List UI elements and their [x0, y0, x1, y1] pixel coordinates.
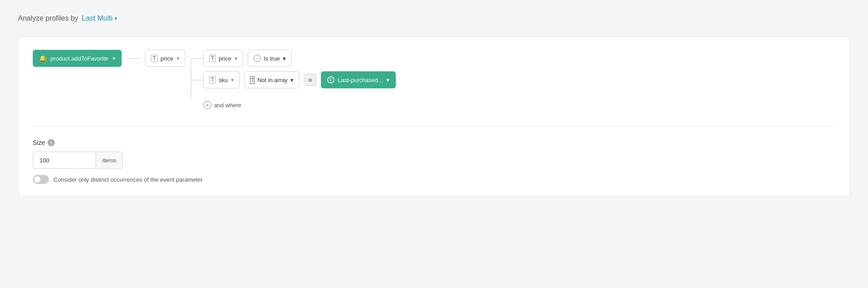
is-true-label: Is true: [263, 55, 280, 62]
last-purchased-label: Last-purchased...: [338, 77, 383, 83]
size-section: Size i items Consider only distinct occu…: [33, 126, 835, 184]
size-info-icon: i: [48, 139, 55, 146]
not-in-array-label: Not in array: [257, 77, 287, 83]
h-connector: [127, 58, 140, 59]
last-purchased-chevron: ▾: [386, 77, 390, 83]
event-button[interactable]: 🔔 product.addToFavorite ▾: [33, 50, 122, 67]
price-filter-label: price: [219, 55, 231, 62]
size-input-row: items: [33, 152, 835, 169]
distinct-row: Consider only distinct occurrences of th…: [33, 175, 835, 184]
h-line-2: [191, 80, 203, 80]
header-row: Analyze profiles by Last Multi ▾: [18, 14, 850, 22]
analyze-label: Analyze profiles by: [18, 14, 78, 22]
and-where-label: and where: [214, 102, 241, 109]
size-input[interactable]: [33, 152, 96, 169]
and-where-button[interactable]: + and where: [203, 98, 241, 112]
lp-circle-icon: ℹ: [327, 76, 334, 83]
filter-section: 🔔 product.addToFavorite ▾ T price ▾: [33, 50, 835, 112]
price-filter-type-icon: T: [209, 55, 216, 62]
operator-circle-icon: ○: [254, 55, 261, 62]
last-purchased-button[interactable]: ℹ Last-purchased... ▾: [321, 71, 396, 88]
price-filter-property[interactable]: T price ▾: [203, 50, 244, 67]
distinct-label: Consider only distinct occurrences of th…: [53, 176, 202, 183]
price-type-icon: T: [151, 55, 158, 62]
price-property-chevron: ▾: [177, 56, 180, 61]
analyze-dropdown[interactable]: Last Multi ▾: [82, 14, 117, 22]
h-line-1: [191, 58, 203, 59]
items-label: items: [96, 152, 123, 169]
size-label-row: Size i: [33, 139, 835, 146]
price-property-label: price: [161, 55, 173, 62]
sku-property-dropdown[interactable]: T sku ▾: [203, 71, 240, 88]
conditions-tree: T price ▾ ○ Is true ▾ T: [191, 50, 396, 112]
not-in-array-icon: T: [250, 76, 254, 84]
is-true-operator[interactable]: ○ Is true ▾: [248, 50, 291, 67]
main-card: 🔔 product.addToFavorite ▾ T price ▾: [18, 37, 850, 197]
not-in-array-operator[interactable]: T Not in array ▾: [244, 71, 299, 88]
is-true-chevron: ▾: [283, 55, 286, 62]
value-box: ⊞: [304, 74, 316, 86]
price-property-dropdown[interactable]: T price ▾: [145, 50, 185, 67]
sku-chevron: ▾: [231, 77, 234, 83]
event-button-chevron: ▾: [113, 56, 115, 61]
page-container: Analyze profiles by Last Multi ▾ 🔔 produ…: [0, 0, 868, 288]
size-label: Size: [33, 139, 45, 146]
not-in-array-chevron: ▾: [290, 77, 294, 83]
sku-label: sku: [219, 77, 228, 83]
bell-icon: 🔔: [39, 55, 47, 62]
price-filter-chevron: ▾: [235, 56, 237, 61]
condition-row-2: T sku ▾ T Not in array ▾ ⊞: [191, 71, 396, 88]
sku-type-icon: T: [209, 76, 216, 83]
distinct-toggle[interactable]: [33, 175, 49, 184]
analyze-dropdown-chevron: ▾: [114, 15, 117, 22]
event-button-label: product.addToFavorite: [50, 55, 108, 62]
plus-icon: +: [203, 101, 211, 109]
analyze-dropdown-label: Last Multi: [82, 14, 112, 22]
condition-row-1: T price ▾ ○ Is true ▾: [191, 50, 396, 67]
and-where-row: + and where: [191, 95, 396, 112]
value-box-icon: ⊞: [308, 78, 312, 83]
